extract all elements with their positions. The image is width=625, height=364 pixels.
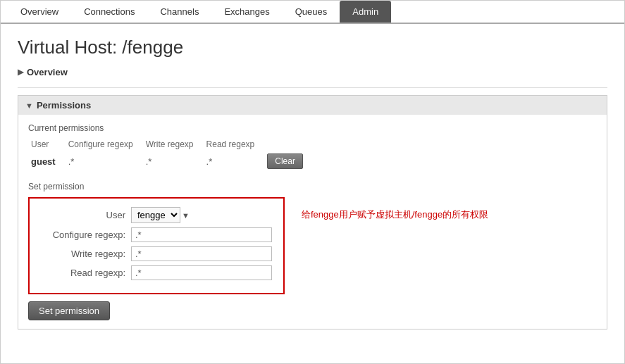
tab-connections[interactable]: Connections [71,1,147,23]
write-cell: .* [143,151,204,171]
top-nav: Overview Connections Channels Exchanges … [1,1,624,24]
write-input[interactable] [131,246,272,261]
page-title: Virtual Host: /fengge [18,37,607,58]
set-permission-button[interactable]: Set permission [28,301,110,320]
tab-overview[interactable]: Overview [8,1,71,23]
col-user: User [28,137,66,151]
configure-label: Configure regexp: [41,230,125,240]
permissions-arrow-icon: ▼ [25,101,33,110]
permissions-header-label: Permissions [37,100,91,111]
write-label: Write regexp: [41,249,125,259]
permission-note: 给fengge用户赋予虚拟主机/fengge的所有权限 [302,208,488,221]
set-permission-form: User fengge guest admin ▼ Configure rege… [28,197,285,294]
table-row: guest .* .* .* Clear [28,151,313,171]
read-cell: .* [204,151,265,171]
user-label: User [41,210,125,220]
tab-channels[interactable]: Channels [147,1,211,23]
user-row: User fengge guest admin ▼ [41,207,272,223]
user-cell: guest [28,151,66,171]
tab-admin[interactable]: Admin [340,1,391,23]
permissions-toggle[interactable]: ▼ Permissions [18,96,607,115]
col-write: Write regexp [143,137,204,151]
set-permission-label: Set permission [28,182,597,192]
read-input[interactable] [131,265,272,280]
clear-button[interactable]: Clear [267,153,303,169]
permissions-section: ▼ Permissions Current permissions User C… [18,95,607,330]
main-content: Virtual Host: /fengge ▶ Overview ▼ Permi… [1,24,624,353]
user-select[interactable]: fengge guest admin [131,207,180,223]
configure-cell: .* [66,151,143,171]
write-row: Write regexp: [41,246,272,261]
read-label: Read regexp: [41,268,125,278]
configure-row: Configure regexp: [41,227,272,242]
read-row: Read regexp: [41,265,272,280]
tab-exchanges[interactable]: Exchanges [211,1,282,23]
overview-toggle[interactable]: ▶ Overview [18,64,607,80]
col-read: Read regexp [204,137,265,151]
col-configure: Configure regexp [66,137,143,151]
permissions-body: Current permissions User Configure regex… [18,115,607,329]
current-permissions-label: Current permissions [28,123,597,133]
configure-input[interactable] [131,227,272,242]
divider-1 [18,87,607,88]
select-arrow: ▼ [182,211,190,220]
permissions-table: User Configure regexp Write regexp Read … [28,137,313,171]
overview-arrow-icon: ▶ [18,68,23,77]
overview-label: Overview [27,67,68,77]
tab-queues[interactable]: Queues [283,1,340,23]
col-actions [264,137,313,151]
form-and-note: User fengge guest admin ▼ Configure rege… [28,197,597,294]
clear-cell: Clear [264,151,313,171]
overview-section: ▶ Overview [18,64,607,80]
